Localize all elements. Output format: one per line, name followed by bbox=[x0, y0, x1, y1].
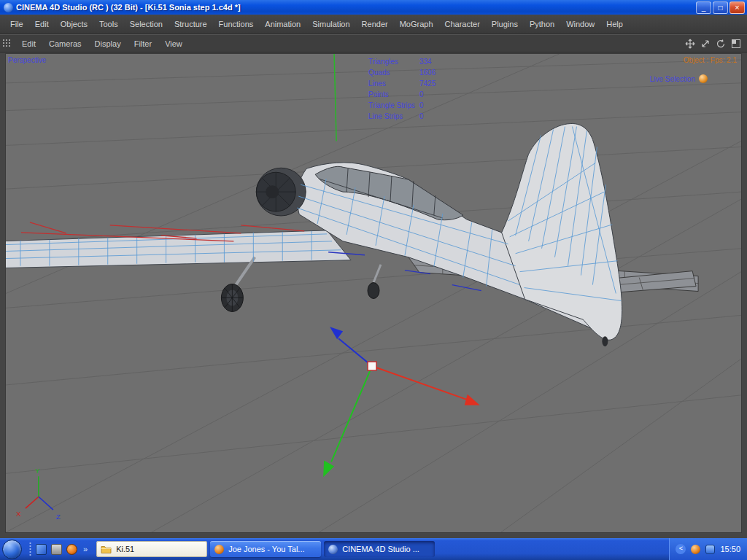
dolly-view-icon[interactable] bbox=[700, 39, 711, 49]
quicklaunch-window-icon[interactable] bbox=[36, 544, 47, 555]
stat-row-line-strips: Line Strips 0 bbox=[368, 111, 436, 122]
stat-row-points: Points 0 bbox=[368, 89, 436, 100]
stat-row-quads: Quads 1606 bbox=[368, 67, 436, 78]
tray-media-icon[interactable] bbox=[691, 545, 700, 554]
menu-structure[interactable]: Structure bbox=[169, 15, 213, 34]
gizmo-y-axis[interactable] bbox=[323, 366, 372, 477]
app-icon bbox=[4, 3, 13, 12]
stat-row-lines: Lines 7425 bbox=[368, 78, 436, 89]
quicklaunch-overflow-icon[interactable]: » bbox=[82, 545, 89, 553]
start-button[interactable] bbox=[2, 540, 22, 559]
media-player-icon bbox=[214, 545, 224, 554]
viewport-frame: Y X Z Perspective Object : Fps: 2.1 Live… bbox=[0, 52, 747, 538]
gizmo-center-handle[interactable] bbox=[368, 362, 376, 370]
airplane-model[interactable] bbox=[6, 123, 698, 346]
close-button[interactable]: × bbox=[729, 1, 745, 14]
menu-bar: File Edit Objects Tools Selection Struct… bbox=[0, 15, 747, 34]
menu-edit[interactable]: Edit bbox=[29, 15, 55, 34]
stat-row-triangle-strips: Triangle Strips 0 bbox=[368, 100, 436, 111]
taskbar-task-ki51[interactable]: Ki.51 bbox=[96, 541, 207, 557]
menu-tools[interactable]: Tools bbox=[93, 15, 124, 34]
object-y-axis-line bbox=[334, 54, 336, 141]
menu-selection[interactable]: Selection bbox=[124, 15, 169, 34]
tray-collapse-icon[interactable]: < bbox=[676, 544, 686, 554]
menu-file[interactable]: File bbox=[4, 15, 29, 34]
taskbar-task-cinema4d[interactable]: CINEMA 4D Studio ... bbox=[324, 541, 435, 557]
menu-render[interactable]: Render bbox=[356, 15, 394, 34]
gizmo-x-axis[interactable] bbox=[372, 366, 480, 405]
hud-object-fps: Object : Fps: 2.1 bbox=[684, 56, 737, 64]
restore-button[interactable]: □ bbox=[713, 1, 728, 14]
desktop: CINEMA 4D Studio (RC ) (32 Bit) - [Ki.51… bbox=[0, 0, 747, 560]
world-axis-x-label: X bbox=[16, 510, 21, 518]
clock: 15:50 bbox=[720, 545, 740, 553]
task-label: Joe Jones - You Tal... bbox=[228, 545, 304, 553]
vp-menu-cameras[interactable]: Cameras bbox=[42, 35, 88, 52]
stat-row-triangles: Triangles 334 bbox=[368, 56, 436, 67]
menu-window[interactable]: Window bbox=[560, 15, 600, 34]
cinema4d-icon bbox=[328, 545, 338, 554]
viewport-stats: Triangles 334 Quads 1606 Lines 7425 Poin… bbox=[368, 56, 436, 122]
menu-plugins[interactable]: Plugins bbox=[486, 15, 524, 34]
tray-app-icon[interactable] bbox=[705, 545, 715, 554]
menu-python[interactable]: Python bbox=[524, 15, 560, 34]
minimize-button[interactable]: _ bbox=[696, 1, 711, 14]
menu-functions[interactable]: Functions bbox=[213, 15, 260, 34]
folder-icon bbox=[101, 545, 112, 554]
menu-animation[interactable]: Animation bbox=[259, 15, 306, 34]
world-axis-z-label: Z bbox=[56, 513, 61, 521]
task-label: CINEMA 4D Studio ... bbox=[342, 545, 419, 553]
menu-objects[interactable]: Objects bbox=[55, 15, 93, 34]
move-gizmo[interactable] bbox=[323, 327, 480, 477]
palette-drag-handle-icon[interactable] bbox=[2, 39, 12, 48]
world-axis-indicator: Y X Z bbox=[16, 467, 61, 521]
left-wing bbox=[6, 230, 351, 268]
world-axis-y-label: Y bbox=[35, 467, 40, 475]
viewport-menu-bar: Edit Cameras Display Filter View bbox=[0, 34, 747, 52]
gizmo-z-axis[interactable] bbox=[330, 327, 372, 366]
menu-mograph[interactable]: MoGraph bbox=[394, 15, 439, 34]
viewport-3d-scene[interactable]: Y X Z bbox=[6, 54, 741, 532]
viewport-nav-icons bbox=[685, 39, 747, 49]
active-tool-label: Live Selection bbox=[650, 75, 695, 83]
view-label[interactable]: Perspective bbox=[8, 56, 46, 64]
viewport[interactable]: Y X Z Perspective Object : Fps: 2.1 Live… bbox=[5, 53, 742, 533]
quicklaunch-player-icon[interactable] bbox=[66, 544, 77, 555]
rotate-view-icon[interactable] bbox=[716, 39, 726, 49]
system-tray: < 15:50 bbox=[669, 538, 747, 560]
active-tool-indicator: Live Selection bbox=[650, 74, 708, 83]
quicklaunch-app-icon[interactable] bbox=[51, 544, 62, 555]
taskbar-task-joe-jones[interactable]: Joe Jones - You Tal... bbox=[210, 541, 321, 557]
window-title: CINEMA 4D Studio (RC ) (32 Bit) - [Ki.51… bbox=[16, 3, 694, 12]
vp-menu-filter[interactable]: Filter bbox=[128, 35, 158, 52]
quicklaunch-separator bbox=[29, 542, 31, 556]
taskbar: » Ki.51 Joe Jones - You Tal... CINEMA 4D… bbox=[0, 538, 747, 560]
task-label: Ki.51 bbox=[116, 545, 134, 553]
menu-simulation[interactable]: Simulation bbox=[306, 15, 355, 34]
engine-cowling bbox=[256, 168, 306, 216]
menu-help[interactable]: Help bbox=[600, 15, 629, 34]
title-bar: CINEMA 4D Studio (RC ) (32 Bit) - [Ki.51… bbox=[0, 0, 747, 15]
vp-menu-display[interactable]: Display bbox=[88, 35, 128, 52]
quick-launch: » bbox=[25, 542, 93, 556]
live-selection-icon bbox=[699, 74, 708, 83]
menu-character[interactable]: Character bbox=[439, 15, 486, 34]
toggle-view-icon[interactable] bbox=[731, 39, 741, 49]
vp-menu-view[interactable]: View bbox=[158, 35, 189, 52]
vp-menu-edit[interactable]: Edit bbox=[15, 35, 42, 52]
pan-view-icon[interactable] bbox=[685, 39, 695, 49]
